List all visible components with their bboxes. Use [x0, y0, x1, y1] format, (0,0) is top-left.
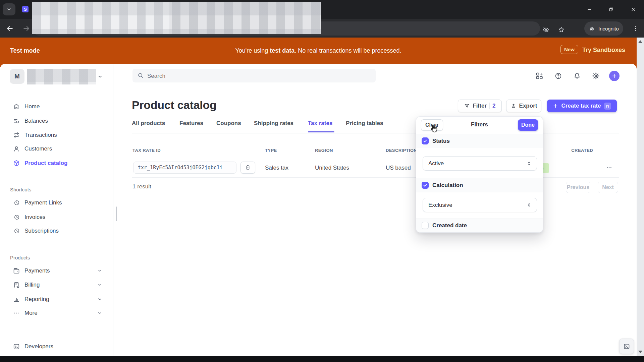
- row-overflow-button[interactable]: [603, 162, 615, 173]
- chevron-down-icon: [97, 268, 102, 273]
- gear-icon: [592, 72, 600, 80]
- tab-all-products[interactable]: All products: [132, 120, 165, 130]
- quick-create-button[interactable]: [609, 71, 620, 81]
- sidebar-item-label: Developers: [24, 340, 53, 354]
- filter-button[interactable]: Filter 2: [458, 100, 502, 112]
- sidebar-item-home[interactable]: Home: [0, 100, 113, 114]
- scrollbar-down-arrow[interactable]: [638, 351, 642, 353]
- column-header-created: CREATED: [567, 148, 593, 153]
- tab-features[interactable]: Features: [179, 120, 203, 130]
- next-page-button[interactable]: Next: [598, 182, 618, 193]
- export-button[interactable]: Export: [506, 100, 541, 112]
- sidebar-item-label: Customers: [24, 142, 52, 156]
- incognito-badge[interactable]: Incognito: [584, 21, 623, 36]
- sidebar-item-label: Transactions: [24, 128, 57, 142]
- help-button[interactable]: [554, 72, 562, 80]
- try-sandboxes-link[interactable]: Try Sandboxes: [582, 47, 625, 54]
- scrollbar-up-arrow[interactable]: [638, 40, 642, 43]
- customers-icon: [13, 145, 20, 153]
- home-icon: [13, 103, 20, 110]
- content-hidden-button[interactable]: [542, 26, 550, 34]
- created-date-checkbox[interactable]: [422, 222, 429, 229]
- status-select[interactable]: Active: [423, 156, 537, 171]
- sidebar-item-more[interactable]: More: [0, 306, 113, 320]
- copy-id-button[interactable]: [240, 162, 255, 174]
- cell-description: US based: [386, 165, 411, 171]
- sidebar-item-label: Subscriptions: [24, 224, 59, 238]
- previous-page-button[interactable]: Previous: [566, 182, 590, 193]
- sidebar-item-product-catalog[interactable]: Product catalog: [0, 156, 113, 170]
- tab-tax-rates[interactable]: Tax rates: [308, 120, 332, 130]
- sidebar-item-label: Home: [24, 100, 40, 114]
- developer-terminal-button[interactable]: [619, 339, 634, 354]
- done-button[interactable]: Done: [518, 119, 538, 131]
- sidebar-item-developers[interactable]: Developers: [0, 340, 113, 354]
- incognito-icon: [588, 25, 595, 32]
- status-select-value: Active: [428, 160, 526, 167]
- new-badge: New: [560, 45, 578, 54]
- star-icon: [557, 26, 565, 34]
- clock-icon: [13, 199, 20, 206]
- browser-menu-button[interactable]: [632, 25, 639, 32]
- tab-shipping-rates[interactable]: Shipping rates: [254, 120, 293, 130]
- window-minimize-button[interactable]: [585, 5, 594, 13]
- notifications-button[interactable]: [573, 72, 581, 80]
- ellipsis-icon: [13, 309, 20, 317]
- tab-coupons[interactable]: Coupons: [216, 120, 241, 130]
- shortcuts-heading: Shortcuts: [10, 187, 31, 192]
- settings-button[interactable]: [592, 72, 600, 80]
- search-bar[interactable]: [132, 69, 376, 82]
- kebab-menu-icon: [632, 25, 639, 32]
- funnel-icon: [464, 103, 470, 109]
- column-header-tax-rate-id: TAX RATE ID: [132, 148, 161, 153]
- sidebar-item-invoices[interactable]: Invoices: [0, 210, 113, 224]
- calculation-select[interactable]: Exclusive: [423, 198, 537, 212]
- export-button-label: Export: [519, 103, 537, 109]
- calculation-checkbox[interactable]: [422, 182, 429, 189]
- window-restore-button[interactable]: [606, 5, 616, 13]
- tax-rate-id-pill[interactable]: txr_1RyEc5AIrOd53jOEG2jqbc1i: [133, 162, 236, 174]
- page-scrollbar[interactable]: [637, 38, 644, 356]
- close-icon: [630, 6, 636, 12]
- sidebar-item-label: Reporting: [24, 292, 49, 306]
- banner-message-prefix: You're using: [235, 47, 270, 54]
- sidebar-item-billing[interactable]: Billing: [0, 278, 113, 292]
- apps-button[interactable]: [535, 72, 544, 80]
- search-input[interactable]: [147, 69, 363, 83]
- sidebar-item-subscriptions[interactable]: Subscriptions: [0, 224, 113, 238]
- sidebar-item-transactions[interactable]: Transactions: [0, 128, 113, 142]
- chevron-down-icon: [97, 282, 102, 287]
- filter-count-badge: 2: [492, 103, 495, 109]
- tab-search-button[interactable]: [3, 3, 15, 15]
- bookmark-button[interactable]: [557, 26, 565, 34]
- status-checkbox[interactable]: [422, 137, 429, 144]
- window-close-button[interactable]: [629, 5, 638, 13]
- apps-grid-icon: [535, 72, 544, 80]
- sidebar-item-reporting[interactable]: Reporting: [0, 292, 113, 306]
- sidebar-item-customers[interactable]: Customers: [0, 142, 113, 156]
- tabs-divider: [132, 133, 619, 133]
- sidebar-item-label: Product catalog: [24, 156, 67, 170]
- tab-pricing-tables[interactable]: Pricing tables: [346, 120, 383, 130]
- page-title: Product catalog: [132, 99, 216, 112]
- back-button[interactable]: [5, 24, 14, 33]
- sidebar-scroll-thumb[interactable]: [116, 206, 117, 221]
- bell-icon: [573, 72, 581, 80]
- sidebar-item-label: Payment Links: [24, 196, 62, 210]
- account-switcher[interactable]: M: [10, 69, 104, 85]
- sidebar-item-label: Billing: [24, 278, 40, 292]
- chevron-down-icon: [6, 7, 12, 12]
- ellipsis-icon: [606, 164, 612, 171]
- chevron-down-icon: [97, 74, 103, 79]
- status-filter-label: Status: [432, 137, 450, 144]
- balances-icon: [13, 117, 20, 125]
- create-tax-rate-button[interactable]: Create tax rate n: [547, 100, 617, 112]
- bar-chart-icon: [13, 296, 20, 303]
- sidebar-item-payments[interactable]: Payments: [0, 264, 113, 278]
- sidebar-item-balances[interactable]: Balances: [0, 114, 113, 128]
- redacted-url-area-overlay: [169, 2, 321, 34]
- filter-row-status: Status: [416, 134, 543, 148]
- forward-button[interactable]: [22, 24, 31, 33]
- keyboard-shortcut-badge: n: [604, 103, 611, 110]
- sidebar-item-payment-links[interactable]: Payment Links: [0, 196, 113, 210]
